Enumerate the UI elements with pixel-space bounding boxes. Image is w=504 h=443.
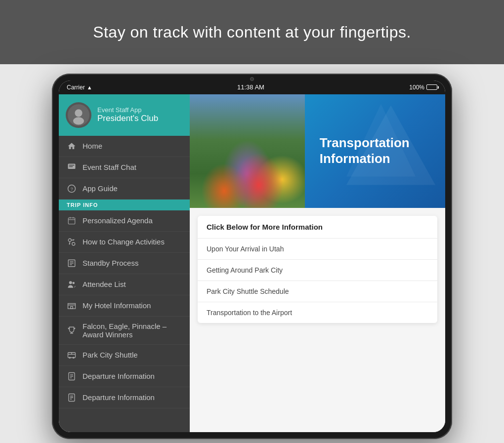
trophy-icon (67, 325, 77, 335)
svg-rect-5 (69, 166, 73, 167)
avatar (66, 102, 91, 128)
nav-label-agenda: Personalized Agenda (83, 216, 153, 225)
svg-point-21 (73, 282, 75, 284)
list-icon (67, 258, 77, 268)
svg-point-12 (68, 239, 71, 242)
top-banner: Stay on track with content at your finge… (0, 0, 504, 64)
svg-point-20 (69, 281, 72, 284)
sidebar-item-home[interactable]: Home (59, 136, 190, 157)
svg-point-2 (73, 117, 84, 124)
sidebar-item-change[interactable]: How to Change Activities (59, 232, 190, 253)
sidebar-item-agenda[interactable]: Personalized Agenda (59, 210, 190, 232)
trip-info-section-label: TRIP INFO (59, 200, 190, 210)
app-name-label: Event Staff App (97, 106, 158, 114)
status-time: 11:38 AM (237, 83, 264, 91)
svg-point-1 (75, 109, 82, 117)
attendee-icon (67, 280, 77, 289)
home-icon (67, 141, 77, 151)
swap-icon (67, 237, 77, 247)
ipad-frame: Carrier ▲ 11:38 AM 100% (52, 74, 452, 439)
info-item-airport[interactable]: Transportation to the Airport (198, 302, 437, 323)
svg-text:?: ? (71, 186, 73, 191)
mountain-photo (190, 94, 305, 208)
banner-headline: Stay on track with content at your finge… (93, 23, 411, 41)
sidebar-item-chat[interactable]: Event Staff Chat (59, 157, 190, 178)
carrier-info: Carrier ▲ (67, 84, 92, 91)
sidebar-item-departure1[interactable]: Departure Information (59, 366, 190, 387)
info-item-arrival[interactable]: Upon Your Arrival in Utah (198, 239, 437, 260)
info-item-around[interactable]: Getting Around Park City (198, 260, 437, 281)
ipad-screen: Carrier ▲ 11:38 AM 100% (59, 81, 445, 432)
main-content: TransportationInformation Click Below fo… (190, 94, 445, 432)
svg-point-13 (72, 242, 75, 245)
sidebar-item-guide[interactable]: ? App Guide (59, 178, 190, 200)
carrier-label: Carrier (67, 84, 85, 91)
bus-icon (67, 350, 77, 360)
sidebar-item-standby[interactable]: Standby Process (59, 253, 190, 274)
sidebar-item-shuttle[interactable]: Park City Shuttle (59, 345, 190, 366)
nav-label-awards: Falcon, Eagle, Pinnacle – Award Winners (83, 322, 182, 339)
nav-label-standby: Standby Process (83, 259, 138, 267)
app-content: Event Staff App President's Club Home (59, 94, 445, 432)
hero-banner: TransportationInformation (190, 94, 445, 208)
nav-label-hotel: My Hotel Information (83, 301, 151, 310)
info-item-shuttle[interactable]: Park City Shuttle Schedule (198, 281, 437, 302)
nav-label-departure2: Departure Information (83, 393, 155, 402)
svg-rect-24 (71, 306, 73, 309)
departure1-icon (67, 371, 77, 381)
club-name-label: President's Club (97, 114, 158, 123)
sidebar-item-awards[interactable]: Falcon, Eagle, Pinnacle – Award Winners (59, 317, 190, 345)
nav-label-home: Home (83, 142, 102, 150)
page-body: Carrier ▲ 11:38 AM 100% (0, 64, 504, 443)
departure2-icon (67, 393, 77, 403)
info-card: Click Below for More Information Upon Yo… (198, 216, 437, 323)
nav-label-attendee: Attendee List (83, 280, 126, 288)
svg-rect-8 (68, 218, 75, 224)
battery-icon (426, 84, 437, 90)
battery-info: 100% (409, 84, 437, 91)
camera-dot (250, 77, 254, 81)
svg-rect-4 (69, 164, 75, 165)
calendar-icon (67, 216, 77, 226)
svg-rect-22 (68, 303, 76, 309)
hero-text-panel: TransportationInformation (305, 94, 445, 208)
info-card-header: Click Below for More Information (198, 216, 437, 239)
nav-label-shuttle: Park City Shuttle (83, 351, 138, 359)
battery-percent: 100% (409, 84, 424, 91)
nav-label-chat: Event Staff Chat (83, 163, 136, 171)
profile-header: Event Staff App President's Club (59, 94, 190, 136)
hero-photo (190, 94, 305, 208)
hotel-icon (67, 301, 77, 311)
help-icon: ? (67, 184, 77, 194)
wifi-icon: ▲ (87, 84, 92, 90)
sidebar: Event Staff App President's Club Home (59, 94, 190, 432)
status-bar: Carrier ▲ 11:38 AM 100% (59, 81, 445, 94)
profile-info: Event Staff App President's Club (97, 106, 158, 123)
nav-label-change: How to Change Activities (83, 238, 165, 246)
sidebar-item-hotel[interactable]: My Hotel Information (59, 295, 190, 317)
nav-label-departure1: Departure Information (83, 372, 155, 380)
chat-icon (67, 162, 77, 172)
sidebar-item-attendee[interactable]: Attendee List (59, 274, 190, 295)
hero-title: TransportationInformation (320, 135, 410, 166)
sidebar-item-departure2[interactable]: Departure Information (59, 387, 190, 408)
nav-label-guide: App Guide (83, 184, 118, 193)
